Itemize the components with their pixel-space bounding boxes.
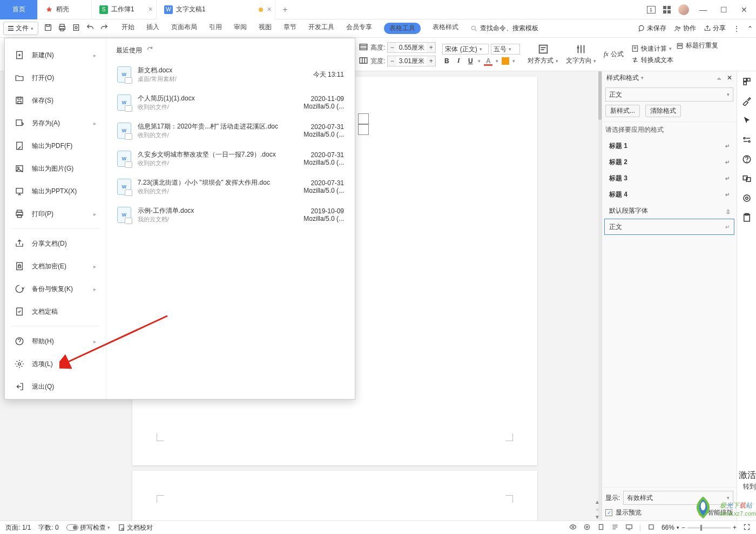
style-default-font[interactable]: 默认段落字体a <box>604 202 734 219</box>
tab-insert[interactable]: 插入 <box>146 23 159 34</box>
convert-button[interactable]: 转换成文本 <box>631 56 673 65</box>
collapse-ribbon-icon[interactable]: ⌃ <box>747 25 753 32</box>
view-web-icon[interactable] <box>625 523 633 532</box>
recent-file-item[interactable]: W 7.23(溪北街道）小小 "坝坝会" 发挥大作用.doc收到的文件/ 202… <box>116 173 345 201</box>
new-tab-button[interactable]: + <box>275 5 295 15</box>
tab-docer[interactable]: 稻壳 <box>38 0 92 19</box>
align-button[interactable]: 对齐方式 ▾ <box>528 43 558 65</box>
word-count[interactable]: 字数: 0 <box>38 523 58 532</box>
tab-review[interactable]: 审阅 <box>234 23 247 34</box>
style-heading1[interactable]: 标题 1↵ <box>604 138 734 154</box>
app-grid-icon[interactable] <box>663 6 671 13</box>
fit-icon[interactable] <box>647 523 655 532</box>
location-icon[interactable] <box>742 193 752 203</box>
undo-icon[interactable] <box>86 23 94 33</box>
settings-tool-icon[interactable] <box>742 135 752 145</box>
reading-mode-icon[interactable]: 1 <box>647 6 656 13</box>
menu-encrypt[interactable]: 文档加密(E)▸ <box>5 255 106 278</box>
table-cell[interactable] <box>358 124 369 135</box>
pin-icon[interactable]: ⫠ <box>716 74 723 82</box>
coop-button[interactable]: 协作 <box>674 24 696 33</box>
style-body[interactable]: 正文↵ <box>604 219 734 235</box>
close-icon[interactable]: ✕ <box>267 6 272 13</box>
file-menu-button[interactable]: 文件 ▾ <box>3 22 38 35</box>
spellcheck-toggle[interactable]: 拼写检查▾ <box>66 523 110 532</box>
font-select[interactable]: 宋体 (正文)▾ <box>442 44 489 55</box>
cursor-icon[interactable] <box>742 116 752 125</box>
clear-format-button[interactable]: 清除格式 <box>645 105 681 117</box>
view-page-icon[interactable] <box>597 523 605 532</box>
menu-pdf[interactable]: 输出为PDF(F) <box>5 134 106 157</box>
translate-icon[interactable] <box>742 174 752 184</box>
page-indicator[interactable]: 页面: 1/1 <box>5 523 31 532</box>
recent-file-item[interactable]: W 信息第17期：2020年贵...村" 活动走进花溪区.doc收到的文件/ 2… <box>116 117 345 145</box>
save-icon[interactable] <box>44 23 52 33</box>
menu-exit[interactable]: 退出(Q) <box>5 375 106 398</box>
new-style-button[interactable]: 新样式... <box>605 105 640 117</box>
menu-pptx[interactable]: 输出为PPTX(X) <box>5 180 106 202</box>
tab-layout[interactable]: 页面布局 <box>171 23 197 34</box>
tab-home[interactable]: 首页 <box>0 0 38 19</box>
focus-icon[interactable] <box>583 523 591 532</box>
menu-help[interactable]: 帮助(H)▸ <box>5 330 106 353</box>
more-icon[interactable]: ⋮ <box>733 25 740 32</box>
brush-tool-icon[interactable] <box>742 96 752 106</box>
width-spinner[interactable]: −+ <box>387 56 436 66</box>
menu-save[interactable]: 保存(S) <box>5 89 106 112</box>
redo-icon[interactable] <box>100 23 109 33</box>
menu-image[interactable]: 输出为图片(G) <box>5 157 106 180</box>
tab-view[interactable]: 视图 <box>259 23 272 34</box>
tab-table-tools[interactable]: 表格工具 <box>384 23 421 34</box>
minimize-button[interactable]: — <box>697 3 710 16</box>
style-heading4[interactable]: 标题 4↵ <box>604 186 734 202</box>
tab-references[interactable]: 引用 <box>209 23 222 34</box>
preview-checkbox[interactable]: ✓ <box>605 509 612 516</box>
refresh-icon[interactable] <box>146 46 154 55</box>
select-tool-icon[interactable] <box>742 77 752 86</box>
proofread-button[interactable]: 文档校对 <box>118 523 153 532</box>
highlight-button[interactable] <box>502 57 509 65</box>
share-button[interactable]: 分享 <box>704 24 726 33</box>
maximize-button[interactable]: ☐ <box>717 3 730 16</box>
menu-share-doc[interactable]: 分享文档(D) <box>5 232 106 255</box>
menu-new[interactable]: 新建(N)▸ <box>5 44 106 66</box>
textdir-button[interactable]: 文字方向 ▾ <box>566 43 596 65</box>
title-repeat-button[interactable]: 标题行重复 <box>676 41 718 50</box>
quickcalc-button[interactable]: 快速计算▾ <box>631 44 673 53</box>
size-select[interactable]: 五号▾ <box>491 44 520 55</box>
tab-doc-active[interactable]: W 文字文稿1 ✕ <box>157 0 275 19</box>
font-color-button[interactable]: A <box>484 57 492 65</box>
preview-icon[interactable] <box>72 23 80 33</box>
tab-dev[interactable]: 开发工具 <box>308 23 334 34</box>
print-icon[interactable] <box>58 23 66 33</box>
formula-button[interactable]: fxfx 公式公式 <box>604 50 624 59</box>
menu-options[interactable]: 选项(L) <box>5 353 106 375</box>
menu-backup[interactable]: 备份与恢复(K)▸ <box>5 278 106 300</box>
tab-table-style[interactable]: 表格样式 <box>433 23 458 34</box>
menu-open[interactable]: 打开(O) <box>5 66 106 89</box>
underline-button[interactable]: U <box>466 57 475 65</box>
style-heading2[interactable]: 标题 2↵ <box>604 154 734 170</box>
close-icon[interactable]: ✕ <box>148 6 153 13</box>
table-cell[interactable] <box>358 113 369 124</box>
style-heading3[interactable]: 标题 3↵ <box>604 170 734 186</box>
zoom-control[interactable]: 66%▾ −+ <box>662 524 737 531</box>
close-pane-icon[interactable]: ✕ <box>727 74 732 82</box>
menu-print[interactable]: 打印(P)▸ <box>5 202 106 225</box>
help-tool-icon[interactable] <box>742 154 752 164</box>
recent-file-item[interactable]: W 久安乡文明城市整改攻坚（一日一报7.29）.docx收到的文件/ 2020-… <box>116 145 345 173</box>
recent-file-item[interactable]: W 个人简历(1)(1).docx收到的文件/ 2020-11-09Mozill… <box>116 89 345 117</box>
command-search[interactable]: 查找命令、搜索模板 <box>470 24 538 33</box>
tab-start[interactable]: 开始 <box>122 23 134 34</box>
scrollbar-vertical[interactable] <box>598 71 602 521</box>
italic-button[interactable]: I <box>454 57 463 65</box>
tab-member[interactable]: 会员专享 <box>346 23 372 34</box>
clipboard-icon[interactable] <box>742 213 752 222</box>
eye-icon[interactable] <box>569 523 577 532</box>
tab-chapter[interactable]: 章节 <box>284 23 296 34</box>
fullscreen-icon[interactable] <box>743 523 751 532</box>
current-style-select[interactable]: 正文▾ <box>605 87 733 102</box>
menu-finalize[interactable]: 文档定稿 <box>5 300 106 323</box>
user-avatar[interactable] <box>678 4 689 15</box>
menu-saveas[interactable]: 另存为(A)▸ <box>5 112 106 134</box>
